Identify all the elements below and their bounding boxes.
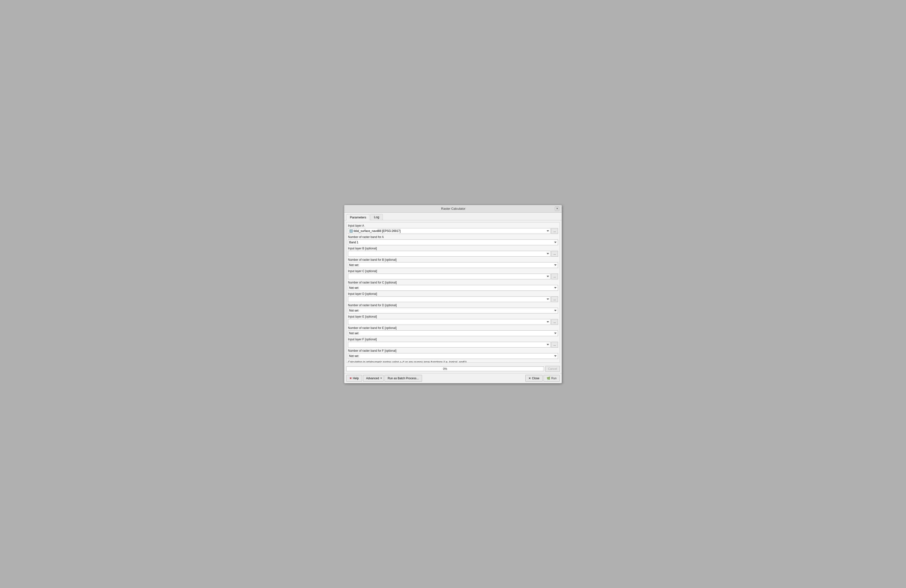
input-layer-a-label: Input layer A (348, 224, 558, 227)
input-layer-d-select[interactable] (348, 296, 550, 302)
input-layer-f-select[interactable] (348, 342, 550, 347)
browse-e-button[interactable]: ... (551, 319, 558, 325)
band-a-select[interactable]: Band 1 (348, 239, 558, 245)
input-layer-c-row: ... (348, 274, 558, 279)
help-icon: ✖ (349, 377, 352, 380)
main-content: Input layer A 🔢 tidal_surface_navd88 [EP… (345, 220, 561, 365)
band-b-label: Number of raster band for B [optional] (348, 258, 558, 261)
run-label: Run (551, 377, 557, 380)
input-layer-b-label: Input layer B [optional] (348, 247, 558, 250)
band-d-select[interactable]: Not set (348, 308, 558, 314)
input-layer-f-row: ... (348, 342, 558, 347)
cancel-button[interactable]: Cancel (546, 366, 560, 372)
input-layer-d-label: Input layer D [optional] (348, 292, 558, 296)
close-label: Close (532, 377, 539, 380)
input-layer-c-select[interactable] (348, 274, 550, 279)
input-layer-e-row: ... (348, 319, 558, 325)
input-layer-a-row: 🔢 tidal_surface_navd88 [EPSG:26917] ... (348, 228, 558, 234)
raster-calculator-dialog: Raster Calculator ✕ Parameters Log Input… (344, 205, 562, 383)
browse-d-button[interactable]: ... (551, 296, 558, 302)
tabs-bar: Parameters Log (345, 213, 561, 220)
input-layer-b-row: ... (348, 251, 558, 257)
tab-log[interactable]: Log (370, 214, 383, 220)
batch-process-button[interactable]: Run as Batch Process... (384, 375, 422, 382)
scroll-area: Input layer A 🔢 tidal_surface_navd88 [EP… (346, 222, 560, 363)
band-b-select[interactable]: Not set (348, 262, 558, 268)
input-layer-e-label: Input layer E [optional] (348, 315, 558, 318)
progress-area: 0% Cancel (345, 365, 561, 373)
input-layer-d-row: ... (348, 296, 558, 302)
band-a-label: Number of raster band for A (348, 235, 558, 239)
progress-bar-container: 0% (346, 367, 544, 371)
help-button[interactable]: ✖ Help (346, 375, 362, 382)
run-button[interactable]: 🌿 Run (544, 375, 560, 382)
batch-label: Run as Batch Process... (388, 377, 419, 380)
band-f-label: Number of raster band for F [optional] (348, 349, 558, 352)
run-icon: 🌿 (547, 377, 550, 380)
input-layer-c-label: Input layer C [optional] (348, 269, 558, 273)
input-layer-b-select[interactable] (348, 251, 550, 257)
advanced-arrow-icon: ▼ (380, 377, 382, 379)
dialog-title: Raster Calculator (352, 207, 555, 210)
close-button[interactable]: ✕ Close (525, 375, 542, 382)
band-e-label: Number of raster band for E [optional] (348, 326, 558, 330)
calculation-label: Calculation in gdalnumeric syntax using … (348, 360, 558, 363)
input-layer-f-label: Input layer F [optional] (348, 338, 558, 341)
input-layer-a-select[interactable]: 🔢 tidal_surface_navd88 [EPSG:26917] (348, 228, 550, 234)
browse-f-button[interactable]: ... (551, 342, 558, 347)
band-c-select[interactable]: Not set (348, 285, 558, 291)
browse-b-button[interactable]: ... (551, 251, 558, 257)
band-d-label: Number of raster band for D [optional] (348, 304, 558, 307)
band-f-select[interactable]: Not set (348, 353, 558, 359)
tab-parameters[interactable]: Parameters (346, 214, 370, 220)
title-bar: Raster Calculator ✕ (345, 205, 561, 213)
browse-c-button[interactable]: ... (551, 274, 558, 279)
help-label: Help (353, 377, 359, 380)
close-icon: ✕ (528, 377, 531, 380)
bottom-bar: ✖ Help Advanced ▼ Run as Batch Process..… (345, 373, 561, 383)
input-layer-e-select[interactable] (348, 319, 550, 325)
progress-label: 0% (443, 367, 447, 371)
advanced-label: Advanced (366, 377, 379, 380)
bottom-right-buttons: ✕ Close 🌿 Run (525, 375, 560, 382)
close-window-button[interactable]: ✕ (555, 207, 559, 211)
band-e-select[interactable]: Not set (348, 330, 558, 336)
browse-a-button[interactable]: ... (551, 228, 558, 234)
bottom-left-buttons: ✖ Help Advanced ▼ Run as Batch Process..… (346, 375, 422, 382)
band-c-label: Number of raster band for C [optional] (348, 281, 558, 284)
advanced-button[interactable]: Advanced ▼ (363, 375, 384, 382)
